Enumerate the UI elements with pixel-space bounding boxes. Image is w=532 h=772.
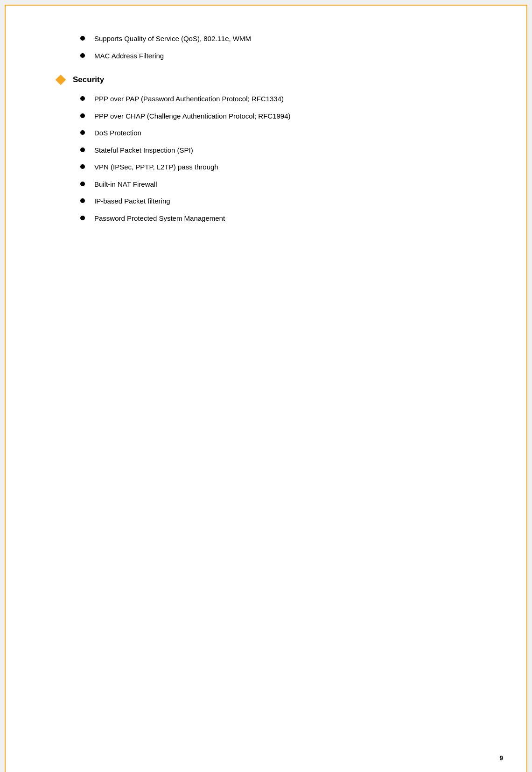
diamond-icon (56, 75, 66, 85)
list-item-text: MAC Address Filtering (94, 51, 164, 62)
list-item-text: PPP over CHAP (Challenge Authentication … (94, 111, 291, 122)
list-item-text: Password Protected System Management (94, 213, 225, 224)
bullet-icon (80, 113, 85, 118)
list-item-text: PPP over PAP (Password Authentication Pr… (94, 94, 284, 105)
bullet-icon (80, 182, 85, 186)
list-item-text: Supports Quality of Service (QoS), 802.1… (94, 34, 251, 44)
intro-bullet-list: Supports Quality of Service (QoS), 802.1… (80, 34, 489, 61)
bullet-icon (80, 147, 85, 152)
security-bullet-list: PPP over PAP (Password Authentication Pr… (80, 94, 489, 224)
list-item-text: VPN (IPSec, PPTP, L2TP) pass through (94, 162, 218, 173)
security-section-header: Security (57, 75, 489, 84)
page: Supports Quality of Service (QoS), 802.1… (5, 5, 527, 772)
list-item-text: DoS Protection (94, 128, 141, 139)
bullet-icon (80, 130, 85, 135)
list-item: PPP over PAP (Password Authentication Pr… (80, 94, 489, 105)
bullet-icon (80, 96, 85, 101)
section-title: Security (73, 75, 104, 84)
bullet-icon (80, 216, 85, 220)
list-item: Password Protected System Management (80, 213, 489, 224)
bullet-icon (80, 198, 85, 203)
bullet-icon (80, 36, 85, 41)
list-item: DoS Protection (80, 128, 489, 139)
list-item: Stateful Packet Inspection (SPI) (80, 145, 489, 156)
bullet-icon (80, 164, 85, 169)
list-item: Built-in NAT Firewall (80, 179, 489, 190)
list-item-text: Built-in NAT Firewall (94, 179, 157, 190)
list-item: VPN (IPSec, PPTP, L2TP) pass through (80, 162, 489, 173)
page-number: 9 (499, 754, 503, 762)
bullet-icon (80, 53, 85, 58)
list-item: IP-based Packet filtering (80, 196, 489, 207)
list-item: Supports Quality of Service (QoS), 802.1… (80, 34, 489, 44)
list-item-text: Stateful Packet Inspection (SPI) (94, 145, 193, 156)
list-item-text: IP-based Packet filtering (94, 196, 170, 207)
list-item: PPP over CHAP (Challenge Authentication … (80, 111, 489, 122)
list-item: MAC Address Filtering (80, 51, 489, 62)
